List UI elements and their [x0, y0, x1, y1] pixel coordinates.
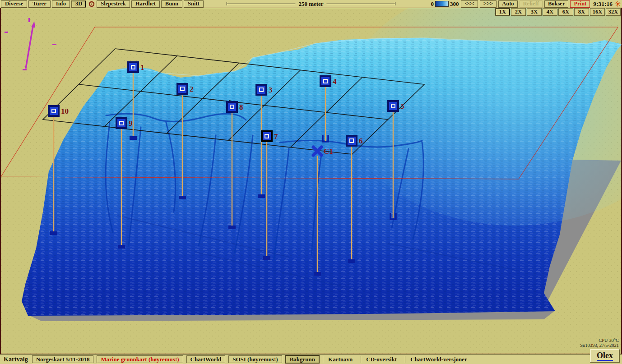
menu-item-snitt[interactable]: Snitt — [184, 0, 204, 8]
zoom-bar: 1X2X3X4X6X8X16X32X — [495, 8, 621, 16]
zoom-button-4x[interactable]: 4X — [543, 8, 557, 16]
marker-label-1: 1 — [140, 63, 144, 72]
marker-4[interactable]: 4 — [320, 76, 337, 86]
zoom-button-8x[interactable]: 8X — [574, 8, 589, 16]
top-button-auto[interactable]: Auto — [498, 0, 517, 8]
marker-3[interactable]: 3 — [256, 85, 273, 95]
cpu-temperature: CPU 30°C — [580, 338, 619, 343]
marker-label-6: 6 — [359, 137, 363, 145]
menu-item-turer[interactable]: Turer — [28, 0, 51, 8]
marker-8[interactable]: 8 — [227, 102, 243, 112]
top-button-bokser[interactable]: Bokser — [544, 0, 569, 8]
olex-logo: Olex — [590, 349, 620, 363]
bottom-button-bakgrunn[interactable]: Bakgrunn — [285, 355, 320, 364]
top-buttons: <<<>>>AutoRelieffBokserPrint — [461, 0, 590, 8]
bottom-button-marine-grunnkart-h-yremus[interactable]: Marine grunnkart (høyremus!) — [97, 355, 183, 363]
marker-label-8: 8 — [239, 103, 243, 111]
zoom-button-1x[interactable]: 1X — [495, 8, 510, 16]
serial-date: Sn10393, 27/5-2021 — [580, 343, 619, 348]
depth-scale-max: 300 — [450, 0, 459, 8]
chart-select-title: Kartvalg — [4, 356, 28, 363]
top-right-controls: 0 300 <<<>>>AutoRelieffBokserPrint 9:31:… — [431, 0, 621, 7]
sun-icon — [615, 1, 621, 7]
bottom-button-norgeskart-5-11-2018[interactable]: Norgeskart 5/11-2018 — [32, 355, 94, 363]
pole-base-3 — [258, 194, 265, 198]
pole-base-7 — [263, 256, 270, 260]
depth-scale-legend: 0 300 — [431, 0, 459, 8]
menu-item-info[interactable]: Info — [52, 0, 70, 8]
pole-base-9 — [118, 245, 125, 249]
bottom-button-cd-oversikt[interactable]: CD-oversikt — [361, 356, 402, 363]
scale-bar-tick-right — [395, 2, 395, 5]
marker-label-2: 2 — [190, 85, 194, 93]
marker-1[interactable]: 1 — [128, 62, 144, 72]
zoom-button-3x[interactable]: 3X — [527, 8, 542, 16]
chart-select-bar: Kartvalg Norgeskart 5/11-2018Marine grun… — [0, 354, 622, 364]
marker-label-9: 9 — [129, 119, 133, 128]
top-button-[interactable]: <<< — [461, 0, 478, 8]
olex-window: { "colors":{ "khaki_bg":"#cbc67b","bar_b… — [0, 0, 622, 364]
pole-base-1 — [130, 136, 137, 140]
pole-base-2 — [179, 196, 186, 199]
scale-bar: 250 meter — [227, 0, 395, 8]
marker-9[interactable]: 9 — [116, 118, 133, 128]
zoom-button-6x[interactable]: 6X — [558, 8, 573, 16]
marker-label-7: 7 — [274, 132, 278, 141]
marker-7[interactable]: 7 — [262, 131, 278, 141]
pole-base-6 — [348, 259, 355, 263]
map-3d-view[interactable]: 12345678910C1 — [0, 0, 622, 364]
marker-label-3: 3 — [269, 86, 273, 94]
top-button-print[interactable]: Print — [570, 0, 590, 8]
marker-10[interactable]: 10 — [49, 106, 69, 116]
bottom-button-kartnavn[interactable]: Kartnavn — [323, 356, 357, 363]
pole-base-c1 — [314, 272, 321, 276]
cross-marker-label: C1 — [324, 147, 333, 156]
zoom-button-32x[interactable]: 32X — [606, 8, 621, 16]
menu-item-bunn[interactable]: Bunn — [161, 0, 182, 8]
top-button-[interactable]: >>> — [480, 0, 497, 8]
bottom-button-chartworld-versjoner[interactable]: ChartWorld-versjoner — [405, 356, 472, 363]
bottom-button-sosi-h-yremus[interactable]: SOSI (høyremus!) — [228, 355, 282, 363]
pole-base-10 — [50, 231, 57, 235]
menu-item-3d[interactable]: 3D — [71, 0, 86, 8]
compass-icon[interactable] — [88, 0, 95, 7]
menu-item-diverse[interactable]: Diverse — [1, 0, 27, 8]
marker-label-5: 5 — [400, 102, 404, 111]
zoom-button-16x[interactable]: 16X — [590, 8, 605, 16]
system-status: CPU 30°C Sn10393, 27/5-2021 — [580, 338, 619, 348]
zoom-button-2x[interactable]: 2X — [511, 8, 526, 16]
menu-item-slepestrek[interactable]: Slepestrek — [97, 0, 130, 8]
scale-bar-tick-left — [227, 2, 227, 5]
scale-bar-label: 250 meter — [295, 0, 326, 8]
bottom-button-chartworld[interactable]: ChartWorld — [186, 355, 226, 363]
marker-label-4: 4 — [333, 77, 337, 86]
clock: 9:31:16 — [593, 0, 613, 8]
depth-scale-min: 0 — [431, 0, 434, 8]
menu-item-hardhet[interactable]: Hardhet — [131, 0, 160, 8]
marker-5[interactable]: 5 — [388, 101, 404, 111]
olex-logo-text: Olex — [597, 351, 613, 361]
pole-base-8 — [228, 226, 236, 229]
marker-2[interactable]: 2 — [177, 84, 194, 94]
marker-label-10: 10 — [61, 107, 69, 115]
depth-color-swatch — [435, 1, 449, 7]
top-button-relieff[interactable]: Relieff — [520, 0, 543, 8]
marker-6[interactable]: 6 — [347, 136, 363, 146]
